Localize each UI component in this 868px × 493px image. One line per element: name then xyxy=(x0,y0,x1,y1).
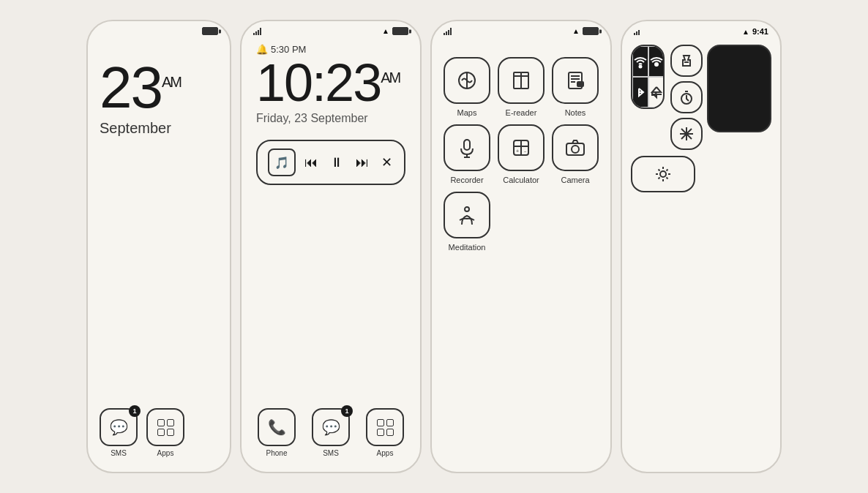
phone4-content xyxy=(622,39,780,472)
app-maps[interactable]: Maps xyxy=(444,57,490,117)
phone2-date: Friday, 23 September xyxy=(256,112,405,125)
phones-container: 23AM September 💬 1 SMS xyxy=(72,5,796,488)
battery-icon-2 xyxy=(392,27,408,35)
meditation-icon xyxy=(444,192,490,238)
grid-cell xyxy=(167,419,174,426)
music-controls: ⏮ ⏸ ⏭ ✕ xyxy=(303,154,394,170)
wifi-tile[interactable] xyxy=(632,46,648,77)
app-camera[interactable]: Camera xyxy=(552,124,599,184)
music-art: 🎵 xyxy=(268,148,296,176)
recorder-label: Recorder xyxy=(450,176,483,184)
battery-icon-1 xyxy=(202,27,218,35)
cellular-tile[interactable] xyxy=(648,46,665,77)
ereader-label: E-reader xyxy=(506,108,537,117)
phone1-content: 23AM September xyxy=(88,38,230,399)
grid-cell xyxy=(377,419,384,426)
wifi-icon-3: ▲ xyxy=(572,27,580,35)
svg-point-30 xyxy=(660,171,666,177)
music-player[interactable]: 🎵 ⏮ ⏸ ⏭ ✕ xyxy=(256,140,405,185)
dock-apps-2[interactable]: Apps xyxy=(366,408,404,457)
cc-row-1 xyxy=(631,45,771,150)
sms-badge-2: 1 xyxy=(341,405,353,417)
phone1-time: 23AM xyxy=(100,59,218,117)
phone-2: ▲ 🔔 5:30 PM 10:23AM Friday, 23 September… xyxy=(240,20,422,473)
status-bar-3: ▲ xyxy=(432,21,610,38)
notes-icon xyxy=(552,57,599,104)
maps-label: Maps xyxy=(457,108,477,117)
signal-icon-4 xyxy=(634,28,640,35)
sms-icon-box-2: 💬 1 xyxy=(312,408,350,446)
grid-cell xyxy=(157,419,165,426)
phone2-content: 🔔 5:30 PM 10:23AM Friday, 23 September 🎵… xyxy=(242,38,420,401)
status-bar-4: ▲ 9:41 xyxy=(622,21,780,39)
brightness-bar[interactable] xyxy=(707,45,771,132)
app-grid: Maps E-reader xyxy=(444,57,599,252)
dock-apps-1[interactable]: Apps xyxy=(146,408,184,457)
bluetooth-tile[interactable] xyxy=(632,77,648,108)
status-bar-2: ▲ xyxy=(242,21,420,38)
svg-point-19 xyxy=(572,146,579,153)
calculator-label: Calculator xyxy=(503,176,539,184)
svg-point-20 xyxy=(465,207,469,211)
signal-icon-3 xyxy=(444,28,452,35)
apps-label-2: Apps xyxy=(377,449,394,457)
dock-sms-2[interactable]: 💬 1 SMS xyxy=(312,408,350,457)
svg-point-21 xyxy=(640,66,642,68)
phone2-time: 10:23AM xyxy=(256,56,405,109)
phone2-dock: 📞 Phone 💬 1 SMS xyxy=(242,401,420,472)
app-meditation[interactable]: Meditation xyxy=(444,192,490,252)
snowflake-tile[interactable] xyxy=(670,118,703,150)
status-right-4: ▲ 9:41 xyxy=(742,27,768,36)
status-right-1 xyxy=(202,27,218,35)
dock-sms[interactable]: 💬 1 SMS xyxy=(100,408,138,457)
airplane-tile[interactable] xyxy=(648,77,665,108)
svg-text:+: + xyxy=(516,148,519,154)
cc-connectivity xyxy=(631,45,665,109)
phone-3: ▲ Maps xyxy=(430,20,612,473)
close-button[interactable]: ✕ xyxy=(381,154,392,170)
apps-grid-1 xyxy=(151,413,180,442)
sms-badge: 1 xyxy=(129,405,141,417)
status-bar-1 xyxy=(88,21,230,38)
meditation-label: Meditation xyxy=(449,243,486,252)
grid-cell xyxy=(386,419,394,426)
flashlight-tile[interactable] xyxy=(670,45,703,77)
status-time: 9:41 xyxy=(752,27,768,36)
phone-label: Phone xyxy=(266,449,288,457)
app-calculator[interactable]: + − Calculator xyxy=(498,124,545,184)
app-recorder[interactable]: Recorder xyxy=(444,124,490,184)
dock-phone[interactable]: 📞 Phone xyxy=(258,408,296,457)
sms-label-2: SMS xyxy=(323,449,339,457)
grid-cell xyxy=(167,429,174,436)
calculator-icon: + − xyxy=(498,124,545,171)
grid-cell xyxy=(157,429,165,436)
ereader-icon xyxy=(498,57,545,104)
phone-1: 23AM September 💬 1 SMS xyxy=(86,20,231,473)
camera-icon xyxy=(552,124,599,171)
next-button[interactable]: ⏭ xyxy=(356,155,369,170)
prev-button[interactable]: ⏮ xyxy=(304,155,318,170)
status-right-3: ▲ xyxy=(572,27,599,35)
app-ereader[interactable]: E-reader xyxy=(498,57,545,117)
settings-tile[interactable] xyxy=(631,156,695,192)
svg-rect-9 xyxy=(577,82,583,86)
phone3-content: Maps E-reader xyxy=(432,38,610,472)
timer-tile[interactable] xyxy=(670,81,703,113)
svg-rect-2 xyxy=(521,72,528,89)
sms-label: SMS xyxy=(111,449,127,457)
apps-icon-box-1 xyxy=(146,408,184,446)
signal-icon-2 xyxy=(253,28,261,35)
svg-rect-10 xyxy=(464,140,470,150)
cc-right-top xyxy=(670,45,771,150)
camera-label: Camera xyxy=(561,176,589,184)
battery-icon-3 xyxy=(583,27,599,35)
status-right-2: ▲ xyxy=(382,27,408,35)
apps-label-1: Apps xyxy=(157,449,174,457)
phone1-date: September xyxy=(100,120,218,137)
pause-button[interactable]: ⏸ xyxy=(330,155,343,170)
cc-row-2 xyxy=(631,156,771,192)
grid-cell xyxy=(377,429,384,436)
app-notes[interactable]: Notes xyxy=(552,57,599,117)
phone-icon-box: 📞 xyxy=(258,408,296,446)
svg-text:−: − xyxy=(524,149,527,154)
